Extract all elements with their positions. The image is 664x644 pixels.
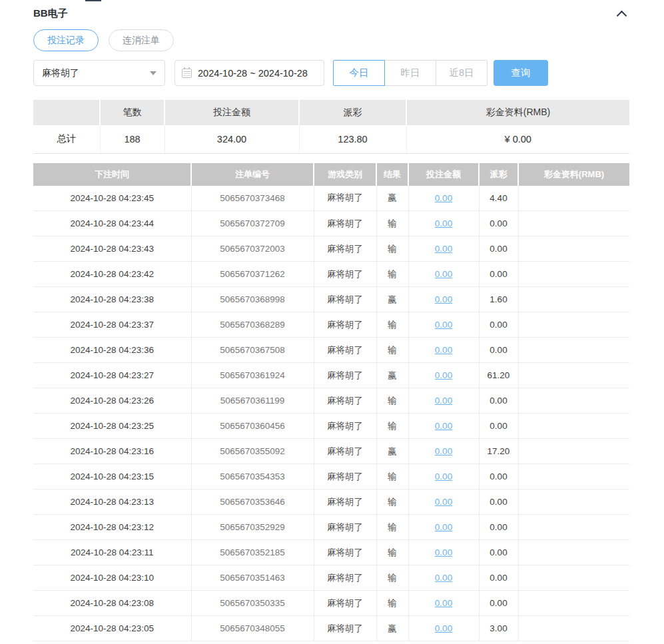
bet-time-cell: 2024-10-28 04:23:36 (33, 338, 191, 363)
result-cell: 输 (376, 464, 408, 489)
payout-cell: 4.40 (479, 186, 518, 211)
query-button[interactable]: 查询 (494, 60, 548, 86)
game-type-cell: 麻将胡了 (314, 414, 376, 439)
game-type-cell: 麻将胡了 (314, 489, 376, 515)
game-type-cell: 麻将胡了 (314, 211, 376, 236)
quick-date-group: 今日 昨日 近8日 (333, 60, 488, 86)
bet-time-cell: 2024-10-28 04:23:13 (33, 489, 191, 515)
table-row: 2024-10-28 04:23:38 5065670368998 麻将胡了 赢… (33, 287, 629, 312)
bet-amount-link[interactable]: 0.00 (435, 269, 452, 279)
bet-time-cell: 2024-10-28 04:23:42 (33, 262, 191, 287)
bet-amount-link[interactable]: 0.00 (435, 547, 452, 557)
collapse-chevron-up-icon[interactable] (617, 10, 627, 21)
bet-amount-link[interactable]: 0.00 (435, 294, 452, 304)
bet-time-cell: 2024-10-28 04:23:10 (33, 565, 191, 591)
bet-amount-link[interactable]: 0.00 (435, 193, 452, 203)
result-cell: 输 (376, 262, 408, 287)
bet-time-cell: 2024-10-28 04:23:27 (33, 363, 191, 388)
result-cell: 输 (376, 591, 408, 616)
order-no-cell: 5065670354353 (191, 464, 314, 489)
payout-cell: 0.00 (479, 464, 518, 489)
bet-amount-link[interactable]: 0.00 (435, 320, 452, 330)
result-cell: 输 (376, 312, 408, 338)
table-row: 2024-10-28 04:23:45 5065670373468 麻将胡了 赢… (33, 186, 629, 211)
table-row: 2024-10-28 04:23:26 5065670361199 麻将胡了 输… (33, 388, 629, 414)
game-type-cell: 麻将胡了 (314, 591, 376, 616)
bet-amount-link[interactable]: 0.00 (435, 446, 452, 456)
bet-time-cell: 2024-10-28 04:23:11 (33, 540, 191, 565)
bet-amount-cell: 0.00 (408, 489, 479, 515)
bet-amount-cell: 0.00 (408, 312, 479, 338)
result-cell: 赢 (376, 616, 408, 641)
order-no-cell: 5065670373468 (191, 186, 314, 211)
order-no-cell: 5065670350335 (191, 591, 314, 616)
payout-cell: 0.00 (479, 515, 518, 540)
game-select-value: 麻将胡了 (42, 67, 79, 79)
bet-amount-cell: 0.00 (408, 464, 479, 489)
bet-amount-cell: 0.00 (408, 540, 479, 565)
bet-amount-link[interactable]: 0.00 (435, 421, 452, 431)
bet-amount-link[interactable]: 0.00 (435, 598, 452, 608)
order-no-cell: 5065670361924 (191, 363, 314, 388)
game-type-cell: 麻将胡了 (314, 388, 376, 414)
summary-header-bet-amount: 投注金额 (165, 100, 299, 125)
tab-cancelled-orders[interactable]: 连消注单 (109, 29, 174, 51)
table-row: 2024-10-28 04:23:15 5065670354353 麻将胡了 输… (33, 464, 629, 489)
table-row: 2024-10-28 04:23:36 5065670367508 麻将胡了 输… (33, 338, 629, 363)
bet-amount-link[interactable]: 0.00 (435, 623, 452, 633)
bet-amount-link[interactable]: 0.00 (435, 396, 452, 406)
bet-amount-cell: 0.00 (408, 236, 479, 262)
date-range-input[interactable]: 2024-10-28 ~ 2024-10-28 (174, 60, 324, 86)
order-no-cell: 5065670372709 (191, 211, 314, 236)
bet-amount-link[interactable]: 0.00 (435, 370, 452, 380)
records-header-result: 结果 (376, 163, 408, 186)
bet-time-cell: 2024-10-28 04:23:43 (33, 236, 191, 262)
payout-cell: 0.00 (479, 262, 518, 287)
quick-button-last8days[interactable]: 近8日 (436, 60, 488, 86)
bonus-cell (518, 388, 629, 414)
bonus-cell (518, 211, 629, 236)
summary-total-bonus: ¥ 0.00 (406, 125, 629, 153)
bet-amount-cell: 0.00 (408, 211, 479, 236)
game-type-cell: 麻将胡了 (314, 540, 376, 565)
bonus-cell (518, 616, 629, 641)
tab-betting-records[interactable]: 投注记录 (33, 29, 99, 51)
bet-time-cell: 2024-10-28 04:23:25 (33, 414, 191, 439)
bet-amount-link[interactable]: 0.00 (435, 522, 452, 532)
game-type-cell: 麻将胡了 (314, 565, 376, 591)
table-row: 2024-10-28 04:23:08 5065670350335 麻将胡了 输… (33, 591, 629, 616)
result-cell: 输 (376, 515, 408, 540)
bonus-cell (518, 591, 629, 616)
bonus-cell (518, 464, 629, 489)
bet-time-cell: 2024-10-28 04:23:44 (33, 211, 191, 236)
bet-amount-link[interactable]: 0.00 (435, 472, 452, 482)
result-cell: 赢 (376, 439, 408, 464)
quick-button-yesterday[interactable]: 昨日 (384, 60, 436, 86)
payout-cell: 0.00 (479, 236, 518, 262)
summary-header-count: 笔数 (100, 100, 165, 125)
bet-time-cell: 2024-10-28 04:23:26 (33, 388, 191, 414)
records-header-payout: 派彩 (479, 163, 518, 186)
bonus-cell (518, 338, 629, 363)
table-row: 2024-10-28 04:23:37 5065670368289 麻将胡了 输… (33, 312, 629, 338)
result-cell: 输 (376, 489, 408, 515)
summary-header-empty (33, 100, 100, 125)
date-range-value: 2024-10-28 ~ 2024-10-28 (198, 68, 308, 79)
result-cell: 赢 (376, 186, 408, 211)
bet-amount-cell: 0.00 (408, 591, 479, 616)
bet-amount-link[interactable]: 0.00 (435, 573, 452, 583)
bet-time-cell: 2024-10-28 04:23:37 (33, 312, 191, 338)
bet-amount-link[interactable]: 0.00 (435, 497, 452, 507)
bet-amount-link[interactable]: 0.00 (435, 244, 452, 254)
game-select[interactable]: 麻将胡了 (33, 60, 165, 86)
quick-button-today[interactable]: 今日 (333, 60, 385, 86)
result-cell: 输 (376, 211, 408, 236)
bet-amount-link[interactable]: 0.00 (435, 218, 452, 228)
bonus-cell (518, 439, 629, 464)
bet-amount-link[interactable]: 0.00 (435, 345, 452, 355)
bet-time-cell: 2024-10-28 04:23:12 (33, 515, 191, 540)
bet-amount-cell: 0.00 (408, 186, 479, 211)
bet-amount-cell: 0.00 (408, 439, 479, 464)
order-no-cell: 5065670368289 (191, 312, 314, 338)
table-row: 2024-10-28 04:23:16 5065670355092 麻将胡了 赢… (33, 439, 629, 464)
